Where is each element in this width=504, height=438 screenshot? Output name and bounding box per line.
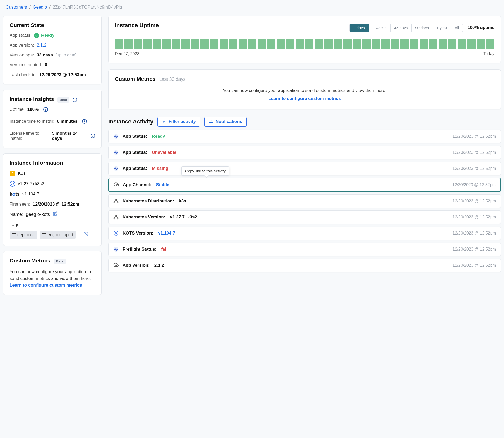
check-circle-icon [34,33,39,38]
pulse-icon [113,166,119,171]
uptime-bar [277,39,285,49]
activity-time: 12/20/2023 @ 12:52pm [452,182,496,187]
uptime-bar [467,39,476,49]
filter-icon [162,120,166,124]
custom-metrics-left-text: You can now configure your application t… [10,268,95,282]
custom-metrics-right-link[interactable]: Learn to configure custom metrics [268,96,341,101]
copy-link-tooltip[interactable]: Copy link to this activity [181,166,229,176]
edit-name-icon[interactable] [53,211,57,217]
menu-icon [12,233,16,236]
svg-line-19 [116,216,118,218]
inst-tti-value: 0 minutes [57,119,77,124]
pulse-icon [113,150,119,155]
activity-value: v1.27.7+k3s2 [170,215,197,220]
notifications-button[interactable]: Notifications [204,117,247,127]
breadcrumb-sep: / [29,5,31,10]
activity-list: App Status:Ready12/20/2023 @ 12:52pmApp … [108,130,501,272]
kots-logo-icon: kots [10,191,20,197]
version-age-hint: (up to date) [55,53,77,57]
range-1year[interactable]: 1 year [433,24,451,32]
versions-behind-value: 0 [45,62,47,68]
beta-badge: Beta [57,97,69,103]
activity-row[interactable]: Kubernetes Version:v1.27.7+k3s212/20/202… [108,210,501,224]
uptime-bar [115,39,123,49]
activity-row[interactable]: App Status:Ready12/20/2023 @ 12:52pm [108,130,501,143]
info-icon[interactable]: i [82,119,87,124]
uptime-bar [343,39,352,49]
range-90days[interactable]: 90 days [412,24,433,32]
uptime-range-tabs: 2 days 2 weeks 45 days 90 days 1 year Al… [349,24,463,32]
nodes-icon [113,198,119,204]
uptime-pct: 100% uptime [467,25,494,30]
uptime-bar [229,39,237,49]
current-state-title: Current State [10,22,95,28]
helm-icon [113,230,119,236]
tag-eng[interactable]: eng = support [40,231,76,239]
cloud-icon [113,182,119,188]
activity-row[interactable]: Copy link to this activityApp Channel:St… [108,178,501,192]
uptime-bar [410,39,418,49]
activity-value: Missing [152,166,168,171]
filter-activity-button[interactable]: Filter activity [157,117,200,127]
activity-row[interactable]: KOTS Version:v1.104.712/20/2023 @ 12:52p… [108,227,501,240]
custom-metrics-left-link[interactable]: Learn to configure custom metrics [10,283,95,288]
activity-row[interactable]: Preflight Status:fail12/20/2023 @ 12:52p… [108,243,501,256]
info-icon[interactable]: i [43,107,48,112]
uptime-chart [115,39,494,49]
tag-dept[interactable]: dept = qa [10,231,37,239]
edit-tags-icon[interactable] [83,232,88,238]
app-version-label: App version: [10,43,34,48]
custom-metrics-right-card: Custom Metrics Last 30 days You can now … [108,69,501,110]
uptime-bar [372,39,380,49]
app-status-value: Ready [34,33,54,38]
svg-point-12 [117,202,118,203]
uptime-bar [334,39,342,49]
insights-title: Instance Insights Beta i [10,96,95,102]
svg-line-18 [114,216,116,218]
menu-icon [42,233,46,236]
custom-metrics-right-text: You can now configure your application t… [115,87,494,95]
cloud-icon [113,262,119,268]
activity-row[interactable]: App Version:2.1.212/20/2023 @ 12:52pm [108,259,501,272]
svg-point-1 [11,174,12,174]
uptime-bar [181,39,190,49]
uptime-bar [220,39,228,49]
uptime-bar [362,39,371,49]
breadcrumb-customer[interactable]: Geeglo [33,5,47,10]
custom-metrics-subtitle: Last 30 days [159,77,185,82]
info-icon[interactable]: i [73,98,77,102]
activity-label: App Status: [123,134,147,139]
uptime-bar [400,39,409,49]
instance-info-card: Instance Information K3s v1.27.7+k3s2 ko… [3,153,102,246]
k8s-version: v1.27.7+k3s2 [18,181,44,186]
activity-row[interactable]: App Status:Unavailable12/20/2023 @ 12:52… [108,146,501,159]
uptime-bar [239,39,247,49]
first-seen-label: First seen: [10,202,30,207]
activity-row[interactable]: Kubernetes Distribution:k3s12/20/2023 @ … [108,194,501,208]
uptime-bar [420,39,428,49]
app-version-link[interactable]: 2.1.2 [37,43,47,48]
beta-badge: Beta [54,259,65,264]
activity-label: Kubernetes Version: [123,215,165,220]
activity-label: App Status: [123,150,147,155]
svg-point-17 [117,218,118,219]
uptime-bar [134,39,142,49]
breadcrumb: Customers / Geeglo / 2Zp47LhR3CqTQParvNc… [3,3,501,16]
range-2days[interactable]: 2 days [350,24,369,32]
breadcrumb-customers[interactable]: Customers [6,5,27,10]
range-45days[interactable]: 45 days [391,24,412,32]
activity-row[interactable]: App Status:Missing12/20/2023 @ 12:52pm [108,162,501,175]
versions-behind-label: Versions behind: [10,62,42,68]
info-icon[interactable]: i [91,134,95,138]
range-2weeks[interactable]: 2 weeks [369,24,391,32]
custom-metrics-left-card: Custom Metrics Beta You can now configur… [3,251,102,295]
activity-time: 12/20/2023 @ 12:52pm [453,231,496,236]
instance-insights-card: Instance Insights Beta i Uptime: 100% i … [3,90,102,148]
activity-time: 12/20/2023 @ 12:52pm [453,247,496,252]
activity-time: 12/20/2023 @ 12:52pm [453,215,496,220]
activity-value: v1.104.7 [158,231,175,236]
range-all[interactable]: All [451,24,463,32]
custom-metrics-right-title: Custom Metrics Last 30 days [115,76,494,82]
uptime-bar [486,39,494,49]
activity-time: 12/20/2023 @ 12:52pm [453,199,496,203]
